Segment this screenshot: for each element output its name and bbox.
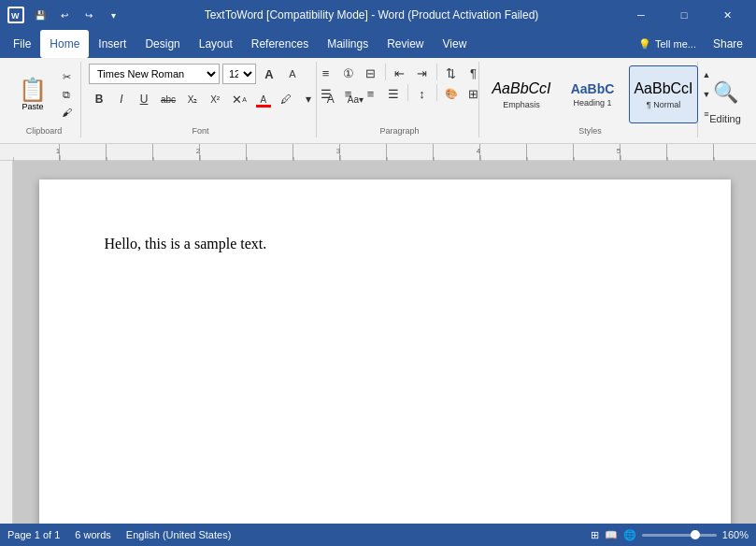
main-area: Hello, this is a sample text. [0,161,756,524]
line-spacing-button[interactable]: ↕ [412,84,433,103]
paragraph-group: ≡ ① ⊟ ⇤ ⇥ ⇅ ¶ ☰ ≡ ≡ ☰ ↕ 🎨 ⊞ P [321,62,479,137]
share-btn[interactable]: Share [704,30,752,58]
title-bar: W 💾 ↩ ↪ ▾ TextToWord [Compatibility Mode… [0,0,756,30]
menu-layout[interactable]: Layout [190,30,242,58]
menu-insert[interactable]: Insert [89,30,136,58]
zoom-slider[interactable] [642,534,717,537]
menu-design[interactable]: Design [136,30,189,58]
styles-top: AaBbCcI Emphasis AaBbC Heading 1 AaBbCcI… [487,64,693,125]
view-read-icon[interactable]: 📖 [605,529,618,541]
clipboard-group: 📋 Paste ✂ ⧉ 🖌 Clipboard [7,62,81,137]
styles-group: AaBbCcI Emphasis AaBbC Heading 1 AaBbCcI… [483,62,698,137]
style-emphasis[interactable]: AaBbCcI Emphasis [487,65,556,123]
paragraph-label: Paragraph [324,126,475,136]
justify-button[interactable]: ☰ [383,84,404,103]
style-normal[interactable]: AaBbCcI ¶ Normal [629,65,698,123]
subscript-button[interactable]: X₂ [182,89,203,109]
tell-me-bar[interactable]: 💡 Tell me... [631,34,704,54]
font-name-select[interactable]: Times New Roman [89,64,220,84]
quick-access-toolbar: 💾 ↩ ↪ ▾ [30,5,123,25]
numbering-button[interactable]: ① [338,64,359,82]
align-left-button[interactable]: ☰ [316,84,336,103]
font-top: Times New Roman 12 A A B I U abc X₂ X² ✕… [89,64,312,125]
cut-button[interactable]: ✂ [56,68,77,85]
align-right-button[interactable]: ≡ [361,84,381,103]
format-painter-button[interactable]: 🖌 [56,104,77,121]
language-info: English (United States) [126,529,232,540]
align-center-button[interactable]: ≡ [338,84,359,103]
menu-home[interactable]: Home [40,30,89,58]
maximize-btn[interactable]: □ [663,0,706,30]
status-bar: Page 1 of 1 6 words English (United Stat… [0,524,756,546]
borders-button[interactable]: ⊞ [464,84,484,103]
paragraph-top: ≡ ① ⊟ ⇤ ⇥ ⇅ ¶ ☰ ≡ ≡ ☰ ↕ 🎨 ⊞ [324,64,475,125]
page-info: Page 1 of 1 [7,529,60,540]
multilevel-button[interactable]: ⊟ [361,64,381,82]
superscript-button[interactable]: X² [205,89,225,109]
menu-mailings[interactable]: Mailings [318,30,378,58]
style-heading1[interactable]: AaBbC Heading 1 [558,65,627,123]
ruler-svg: 1 2 3 4 5 [13,144,743,161]
svg-text:2: 2 [196,147,201,155]
font-shrink-button[interactable]: A [282,64,303,84]
copy-button[interactable]: ⧉ [56,86,77,103]
style-normal-preview: AaBbCcI [634,79,692,97]
svg-text:W: W [11,11,20,21]
svg-text:4: 4 [477,147,481,155]
increase-indent-button[interactable]: ⇥ [412,64,433,82]
style-emphasis-preview: AaBbCcI [492,79,550,97]
view-normal-icon[interactable]: ⊞ [591,529,599,541]
clipboard-top: 📋 Paste ✂ ⧉ 🖌 [11,64,77,125]
find-button[interactable]: 🔍 [708,76,742,109]
clear-format-button[interactable]: ✕A [227,89,251,109]
word-icon: W [7,7,24,23]
italic-button[interactable]: I [111,89,132,109]
menu-bar: File Home Insert Design Layout Reference… [0,30,756,58]
font-size-select[interactable]: 12 [222,64,256,84]
close-btn[interactable]: ✕ [706,0,749,30]
editing-label: Editing [709,113,741,124]
sort-button[interactable]: ⇅ [441,64,462,82]
menu-file[interactable]: File [4,30,40,58]
zoom-thumb[interactable] [691,530,700,539]
menu-view[interactable]: View [434,30,477,58]
clipboard-right: ✂ ⧉ 🖌 [56,68,77,121]
style-normal-label: ¶ Normal [647,100,680,109]
window-title: TextToWord [Compatibility Mode] - Word (… [123,8,620,22]
text-color-button[interactable]: A [253,89,274,109]
menu-references[interactable]: References [242,30,318,58]
horizontal-ruler: 1 2 3 4 5 [0,144,756,161]
menu-review[interactable]: Review [378,30,433,58]
show-formatting-button[interactable]: ¶ [464,64,484,82]
paste-button[interactable]: 📋 Paste [11,68,54,121]
view-web-icon[interactable]: 🌐 [623,529,636,541]
font-name-row: Times New Roman 12 A A [89,64,303,84]
styles-label: Styles [487,126,693,136]
status-left: Page 1 of 1 6 words English (United Stat… [7,529,231,540]
decrease-indent-button[interactable]: ⇤ [390,64,410,82]
bold-button[interactable]: B [89,89,109,109]
customize-btn[interactable]: ▾ [103,5,123,25]
save-btn[interactable]: 💾 [30,5,50,25]
editing-top: 🔍 Editing [706,64,745,136]
paragraph-row1: ≡ ① ⊟ ⇤ ⇥ ⇅ ¶ [316,64,484,82]
vertical-ruler [0,161,13,524]
document-content[interactable]: Hello, this is a sample text. [105,236,665,252]
redo-btn[interactable]: ↪ [78,5,99,25]
paste-icon: 📋 [19,79,47,101]
editing-buttons: 🔍 Editing [703,76,748,124]
style-heading1-label: Heading 1 [573,98,611,108]
font-grow-button[interactable]: A [259,64,279,84]
bullets-button[interactable]: ≡ [316,64,336,82]
underline-button[interactable]: U [134,89,154,109]
document-page[interactable]: Hello, this is a sample text. [39,180,731,524]
minimize-btn[interactable]: ─ [620,0,663,30]
ribbon: 📋 Paste ✂ ⧉ 🖌 Clipboard Times New Roman … [0,58,756,144]
title-bar-left: W 💾 ↩ ↪ ▾ [7,5,123,25]
shading-button[interactable]: 🎨 [441,84,462,103]
document-area[interactable]: Hello, this is a sample text. [13,161,756,524]
paragraph-row2: ☰ ≡ ≡ ☰ ↕ 🎨 ⊞ [316,84,484,103]
undo-btn[interactable]: ↩ [54,5,75,25]
highlight-button[interactable]: 🖊 [276,89,296,109]
strikethrough-button[interactable]: abc [156,89,180,109]
